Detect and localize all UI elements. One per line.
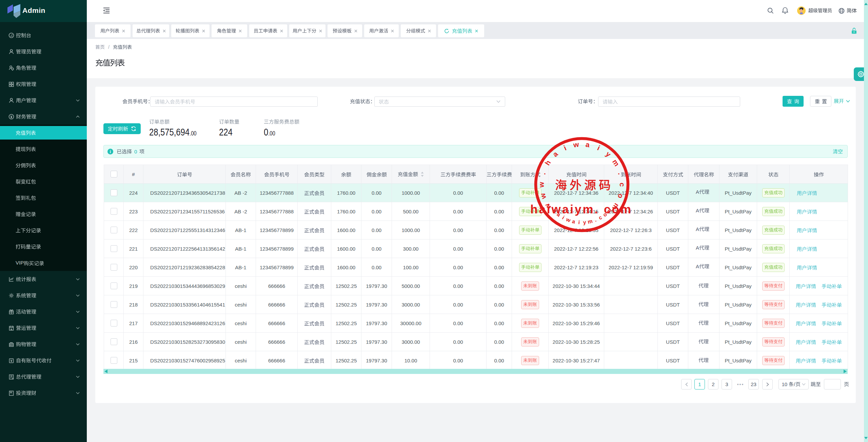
svg-text:o: o: [616, 193, 625, 199]
svg-text:i: i: [596, 144, 601, 152]
svg-text:.: .: [617, 171, 625, 175]
svg-text:i: i: [563, 144, 568, 152]
svg-text:.: .: [539, 171, 547, 175]
svg-text:y: y: [604, 150, 612, 158]
svg-text:.: .: [594, 217, 597, 223]
svg-text:w: w: [572, 140, 579, 149]
svg-text:a: a: [551, 150, 559, 158]
svg-text:y: y: [583, 219, 586, 225]
svg-text:a: a: [572, 218, 576, 225]
svg-text:m: m: [587, 218, 593, 225]
svg-text:i: i: [578, 219, 580, 225]
svg-text:w: w: [538, 192, 548, 200]
svg-text:w: w: [537, 182, 545, 188]
svg-text:w: w: [565, 216, 571, 224]
svg-text:c: c: [618, 183, 626, 187]
svg-text:h: h: [543, 159, 552, 167]
svg-text:a: a: [585, 140, 590, 148]
